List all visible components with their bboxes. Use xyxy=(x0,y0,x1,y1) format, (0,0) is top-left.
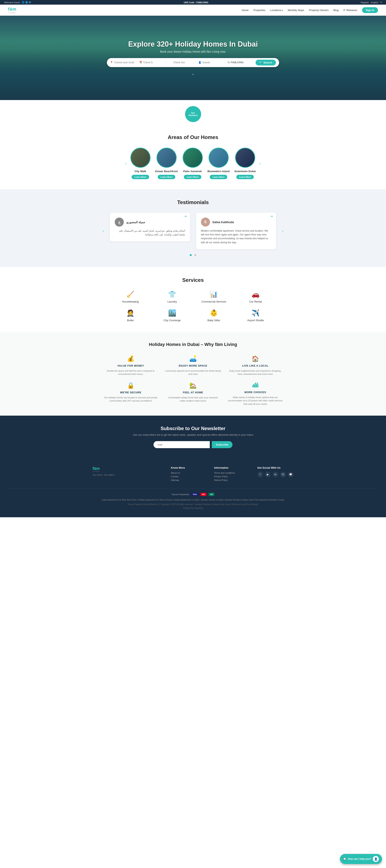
footer-seo-links: Dubai Apartments For Rent Short Term | H… xyxy=(8,498,378,502)
area-item-city-walk: City Walk Learn More xyxy=(130,148,150,179)
service-laundry: 👕 Laundry xyxy=(154,290,190,303)
mastercard-card: MC xyxy=(201,493,207,496)
avatar-1: ج xyxy=(115,218,124,226)
why-title: Holiday Homes in Dubai – Why fäm Living xyxy=(8,342,378,347)
top-bar-right: Register English ✕ xyxy=(361,1,382,4)
service-airport-shuttle: ✈️ Airport Shuttle xyxy=(238,309,273,322)
logo[interactable]: fäm LIVING xyxy=(8,7,17,14)
whatsapp-icon[interactable]: 💬 xyxy=(288,472,294,477)
partners-label: OurPartners xyxy=(188,112,198,117)
why-section: Holiday Homes in Dubai – Why fäm Living … xyxy=(0,332,386,416)
quote-icon-2: " xyxy=(271,215,273,221)
footer-grid: fäm LIVING Your Life Is, Your Style It K… xyxy=(93,466,294,483)
area-item-downtown: Downtown Dubai Learn More xyxy=(235,148,256,179)
search-button[interactable]: 🔍 Search xyxy=(256,60,276,65)
service-name-baby-sitter: Baby Sitter xyxy=(207,319,220,322)
testimonials-next-button[interactable]: › xyxy=(282,228,284,233)
laundry-icon: 👕 xyxy=(168,290,176,298)
testimonial-card-2: " S Salwa Katkhuda Modern comfortable ap… xyxy=(196,213,276,249)
why-local-desc: Enjoy local neighborhoods and experience… xyxy=(227,369,284,376)
close-icon[interactable]: ✕ xyxy=(380,1,382,4)
dot-1[interactable] xyxy=(190,254,192,256)
areas-title: Areas of Our Homes xyxy=(8,134,378,141)
search-bar: 📍 📅 → 👤 % 🔍 Search xyxy=(107,58,279,67)
hero-subtitle: Book your dream Holiday Home with fäm Li… xyxy=(107,50,279,53)
promo-input[interactable] xyxy=(231,61,251,64)
service-car-rental: 🚗 Car Rental xyxy=(238,290,273,303)
footer-logo-text: fäm xyxy=(93,466,163,471)
footer-link-refund[interactable]: Refund Policy xyxy=(214,479,249,481)
why-home-title: FEEL AT HOME xyxy=(183,391,203,394)
youtube-icon[interactable]: ▶ xyxy=(265,472,271,477)
services-section: Services 🧹 Housekeeping 👕 Laundry 📊 Comm… xyxy=(0,267,386,332)
why-secure-title: WE'RE SECURE xyxy=(120,391,142,394)
testimonials-prev-button[interactable]: ‹ xyxy=(103,228,104,233)
learn-more-btn-1[interactable]: Learn More xyxy=(131,175,149,179)
nav-home[interactable]: Home xyxy=(242,9,249,12)
newsletter-subscribe-button[interactable]: Subscribe xyxy=(212,441,233,448)
newsletter-email-input[interactable] xyxy=(153,441,210,448)
instagram-icon[interactable]: 📷 xyxy=(280,472,286,477)
learn-more-btn-2[interactable]: Learn More xyxy=(158,175,175,179)
hero-section: Explore 320+ Holiday Homes In Dubai Book… xyxy=(0,16,386,100)
service-name-city-concierge: City Concierge xyxy=(164,319,181,322)
facebook-icon[interactable]: f xyxy=(258,472,263,477)
language-selector[interactable]: English xyxy=(371,1,378,4)
services-title: Services xyxy=(8,277,378,283)
nav-blog[interactable]: Blog xyxy=(333,9,338,12)
nav-monthly-stays[interactable]: Monthly Stays xyxy=(288,9,304,12)
nav-locations[interactable]: Locations xyxy=(270,9,283,12)
hero-content: Explore 320+ Holiday Homes In Dubai Book… xyxy=(107,40,279,76)
service-name-commercial: Commercial Services xyxy=(202,300,226,303)
checkin-field: 📅 xyxy=(139,61,166,64)
nav-p-releases[interactable]: P. Releases xyxy=(344,9,357,12)
areas-section: Areas of Our Homes ‹ City Walk Learn Mor… xyxy=(0,124,386,189)
footer-col-information: Information Terms and conditions Privacy… xyxy=(214,466,249,483)
checkout-input[interactable] xyxy=(173,61,193,64)
signin-button[interactable]: Sign In xyxy=(362,7,378,13)
area-name-5: Downtown Dubai xyxy=(235,170,256,173)
footer-bottom: Secure Payments VISA MC AE Dubai Apartme… xyxy=(8,489,378,509)
service-city-concierge: 🏙️ City Concierge xyxy=(154,309,190,322)
service-butler: 🤵 Butler xyxy=(113,309,148,322)
nav-property-owners[interactable]: Property Owners xyxy=(309,9,329,12)
learn-more-btn-4[interactable]: Learn More xyxy=(210,175,227,179)
footer-col-information-title: Information xyxy=(214,466,249,469)
learn-more-btn-5[interactable]: Learn More xyxy=(236,175,254,179)
footer-link-sitemap[interactable]: Sitemap xyxy=(171,479,206,481)
area-image-5 xyxy=(236,148,255,167)
why-secure-desc: Our Holiday Homes are located in secured… xyxy=(103,396,159,403)
footer-copyright: Famco Vacation Homes Rental LLC Copyrigh… xyxy=(8,503,378,505)
testimonial-user-1: ج جميلة المنصوري xyxy=(115,218,185,226)
newsletter-section: Subscribe to Our Newsletter Join our sub… xyxy=(0,415,386,458)
footer-link-contact[interactable]: Contact xyxy=(171,475,206,478)
areas-prev-button[interactable]: ‹ xyxy=(123,161,129,166)
linkedin-icon[interactable]: in xyxy=(273,472,278,477)
nav-properties[interactable]: Properties xyxy=(254,9,265,12)
footer-link-privacy[interactable]: Privacy Policy xyxy=(214,475,249,478)
footer-link-terms[interactable]: Terms and conditions xyxy=(214,472,249,474)
guests-icon: 👤 xyxy=(198,61,201,64)
footer-link-about[interactable]: About Us xyxy=(171,472,206,474)
area-name-2: Emaar Beachfront xyxy=(155,170,178,173)
why-choices: 🏙 MORE CHOICES Wide variety of holiday H… xyxy=(227,382,284,406)
area-circle-1 xyxy=(130,148,150,168)
guests-input[interactable] xyxy=(202,61,222,64)
register-link[interactable]: Register xyxy=(361,1,369,4)
hero-scroll-arrow[interactable]: ⌄ xyxy=(107,71,279,76)
area-circle-4 xyxy=(209,148,229,168)
checkin-input[interactable] xyxy=(143,61,164,64)
amex-card: AE xyxy=(209,493,214,496)
why-space-title: ENJOY MORE SPACE xyxy=(179,364,207,367)
dot-2[interactable] xyxy=(194,254,196,256)
area-image-4 xyxy=(209,148,228,167)
areas-row: City Walk Learn More Emaar Beachfront Le… xyxy=(130,148,256,179)
top-bar-left: Welcome Guest 🌐 📘 🐦 xyxy=(4,1,31,4)
areas-next-button[interactable]: › xyxy=(257,161,263,166)
services-grid-row2: 🤵 Butler 🏙️ City Concierge 👶 Baby Sitter… xyxy=(113,309,273,322)
testimonials-section: Testimonials ‹ " ج جميلة المنصوري المكان… xyxy=(0,189,386,267)
location-input[interactable] xyxy=(114,61,134,64)
learn-more-btn-3[interactable]: Learn More xyxy=(184,175,201,179)
partners-circle[interactable]: OurPartners xyxy=(185,106,201,122)
quote-icon-1: " xyxy=(185,215,187,221)
